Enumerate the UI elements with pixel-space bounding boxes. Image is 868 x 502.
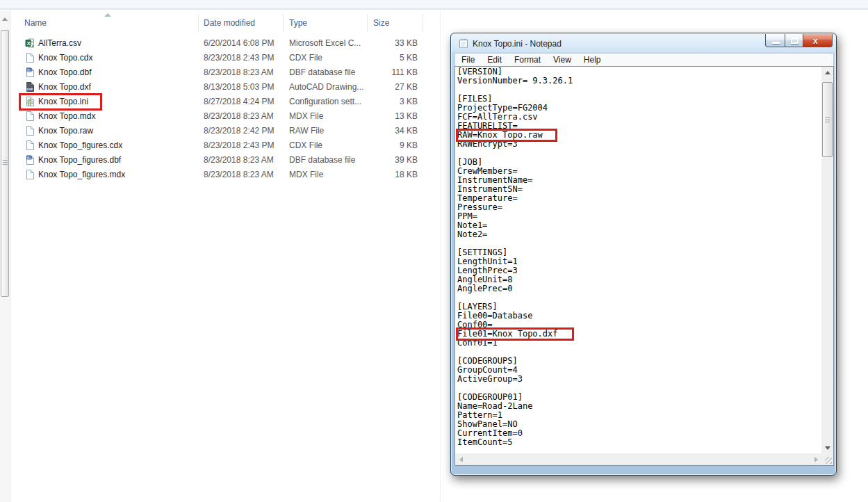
file-date: 8/27/2018 4:24 PM <box>204 97 274 106</box>
column-header-name[interactable]: Name <box>24 18 47 28</box>
svg-text:DBF: DBF <box>27 69 33 72</box>
column-divider <box>423 14 423 32</box>
window-title: Knox Topo.ini - Notepad <box>473 39 562 49</box>
file-row[interactable]: Knox Topo.mdx 8/23/2018 8:23 AM MDX File… <box>11 109 428 124</box>
menu-file[interactable]: File <box>455 54 481 66</box>
notepad-line: Pressure= <box>457 203 821 212</box>
notepad-line <box>457 149 821 158</box>
scroll-up-icon[interactable] <box>2 17 8 21</box>
notepad-line <box>457 239 821 248</box>
ini-file-icon <box>24 96 35 107</box>
menu-edit[interactable]: Edit <box>481 54 508 66</box>
scroll-left-button[interactable] <box>455 453 466 465</box>
file-date: 8/23/2018 2:43 PM <box>204 140 274 150</box>
scrollbar-thumb[interactable] <box>1 30 9 297</box>
file-row[interactable]: DBF Knox Topo_figures.dbf 8/23/2018 8:23… <box>11 153 428 168</box>
menu-format[interactable]: Format <box>508 54 547 66</box>
generic-file-icon <box>24 169 35 180</box>
file-size: 34 KB <box>341 126 418 136</box>
generic-file-icon <box>24 125 35 136</box>
horizontal-scrollbar[interactable] <box>455 453 821 465</box>
file-row[interactable]: Knox Topo.cdx 8/23/2018 2:43 PM CDX File… <box>11 51 428 65</box>
vertical-scrollbar[interactable] <box>821 67 833 453</box>
notepad-line: PPM= <box>457 212 821 221</box>
close-icon: x <box>813 36 818 46</box>
notepad-window: Knox Topo.ini - Notepad x File Edit Form… <box>450 33 837 476</box>
notepad-text-area[interactable]: [VERSION] VersionNumber= 9.3.26.1 [FILES… <box>455 66 834 466</box>
notepad-line: Name=Road-2Lane <box>457 402 821 411</box>
file-date: 8/13/2018 5:03 PM <box>204 82 274 92</box>
file-type: CDX File <box>289 140 322 150</box>
svg-text:DBF: DBF <box>27 156 33 159</box>
notepad-line: AnglePrec=0 <box>457 284 821 293</box>
file-type: MDX File <box>289 170 323 179</box>
menu-view[interactable]: View <box>547 54 578 66</box>
file-row[interactable]: Knox Topo.raw 8/23/2018 2:42 PM RAW File… <box>11 124 428 138</box>
file-name: Knox Topo_figures.mdx <box>38 170 125 179</box>
file-size: 27 KB <box>341 82 418 92</box>
file-type: MDX File <box>289 111 323 121</box>
file-row[interactable]: Xa AllTerra.csv 6/20/2014 6:08 PM Micros… <box>11 36 428 51</box>
file-date: 8/23/2018 8:23 AM <box>204 111 274 121</box>
scroll-down-button[interactable] <box>821 442 833 453</box>
file-size: 5 KB <box>341 53 418 63</box>
minimize-button[interactable] <box>765 34 785 47</box>
window-controls: x <box>765 34 833 47</box>
explorer-left-scrollbar[interactable] <box>0 11 10 502</box>
file-row[interactable]: Knox Topo_figures.cdx 8/23/2018 2:43 PM … <box>11 138 428 153</box>
notepad-line: VersionNumber= 9.3.26.1 <box>457 76 821 86</box>
file-row[interactable]: Knox Topo.ini 8/27/2018 4:24 PM Configur… <box>11 95 428 109</box>
notepad-document[interactable]: [VERSION] VersionNumber= 9.3.26.1 [FILES… <box>455 67 821 453</box>
explorer-pane-edge <box>440 11 441 502</box>
file-row[interactable]: DXF Knox Topo.dxf 8/13/2018 5:03 PM Auto… <box>11 80 428 95</box>
notepad-line: Temperature= <box>457 194 821 203</box>
file-name: AllTerra.csv <box>38 38 81 48</box>
file-size: 33 KB <box>341 38 418 48</box>
notepad-line: ActiveGroup=3 <box>457 375 821 384</box>
file-name: Knox Topo.raw <box>38 126 93 136</box>
column-divider <box>198 14 199 32</box>
generic-file-icon <box>24 52 35 63</box>
notepad-line: Note2= <box>457 230 821 239</box>
file-name: Knox Topo.dbf <box>38 67 92 77</box>
file-size: 13 KB <box>341 111 418 121</box>
resize-grip[interactable] <box>821 453 833 465</box>
column-header-size[interactable]: Size <box>373 18 389 28</box>
file-size: 3 KB <box>341 97 418 106</box>
file-name: Knox Topo.ini <box>38 97 88 106</box>
file-size: 111 KB <box>341 67 418 77</box>
file-date: 8/23/2018 8:23 AM <box>204 170 274 179</box>
file-size: 18 KB <box>341 170 418 179</box>
scrollbar-thumb[interactable] <box>822 82 833 157</box>
notepad-line-file01-highlighted: File01=Knox Topo.dxf <box>457 330 821 339</box>
close-button[interactable]: x <box>803 34 833 47</box>
resize-grip-icon <box>825 457 832 464</box>
column-header-date-modified[interactable]: Date modified <box>204 18 255 28</box>
maximize-button[interactable] <box>785 34 803 47</box>
file-type: RAW File <box>289 126 324 136</box>
scroll-right-button[interactable] <box>810 453 821 465</box>
menu-help[interactable]: Help <box>578 54 607 66</box>
file-list-header: Name Date modified Type Size <box>11 12 428 33</box>
notepad-titlebar[interactable]: Knox Topo.ini - Notepad x <box>452 34 836 52</box>
scroll-left-icon <box>459 457 463 462</box>
scroll-down-icon <box>825 446 830 450</box>
file-row[interactable]: DBF Knox Topo.dbf 8/23/2018 8:23 AM DBF … <box>11 65 428 80</box>
svg-text:DXF: DXF <box>27 88 33 91</box>
scroll-up-button[interactable] <box>821 67 833 78</box>
notepad-icon <box>458 38 469 49</box>
svg-text:X: X <box>26 40 31 47</box>
scrollbar-grip-icon <box>3 160 8 165</box>
notepad-line: RAWEncrypt=3 <box>457 140 821 149</box>
column-divider <box>283 14 284 32</box>
excel-file-icon: Xa <box>24 38 35 49</box>
file-name: Knox Topo.dxf <box>38 82 91 92</box>
notepad-line: File00=Database <box>457 311 821 321</box>
scrollbar-grip-icon <box>825 118 830 122</box>
file-date: 8/23/2018 2:42 PM <box>204 126 274 136</box>
sort-ascending-icon <box>104 13 111 17</box>
file-name: Knox Topo_figures.dbf <box>38 155 121 165</box>
file-row[interactable]: Knox Topo_figures.mdx 8/23/2018 8:23 AM … <box>11 168 428 182</box>
column-header-type[interactable]: Type <box>289 18 307 28</box>
minimize-icon <box>772 42 780 44</box>
